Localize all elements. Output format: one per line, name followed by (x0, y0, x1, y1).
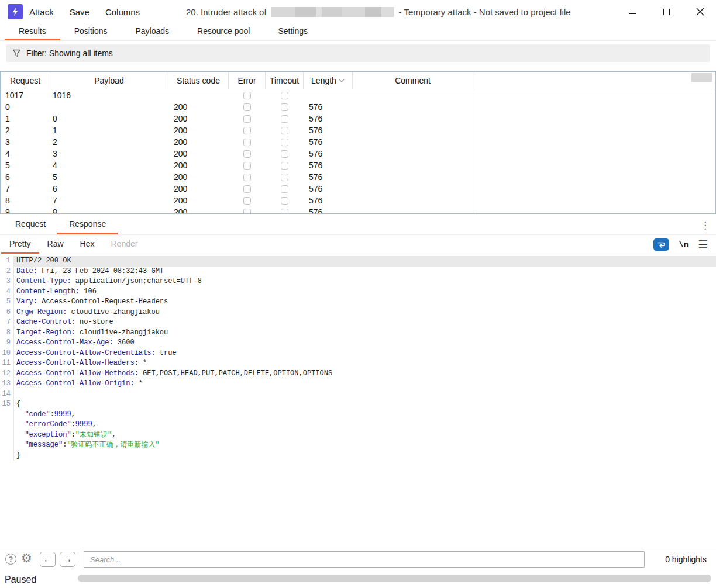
timeout-checkbox-cell (266, 101, 304, 113)
tab-request[interactable]: Request (4, 215, 57, 234)
timeout-checkbox[interactable] (281, 127, 288, 134)
next-match-button[interactable]: → (60, 552, 75, 567)
tab-settings[interactable]: Settings (264, 23, 322, 40)
hamburger-menu-icon[interactable]: ☰ (698, 238, 708, 251)
close-button[interactable] (696, 8, 704, 16)
table-row[interactable]: 10171016 (1, 89, 715, 101)
line-number: 11 (0, 358, 14, 369)
tab-resource-pool[interactable]: Resource pool (183, 23, 264, 40)
gear-icon[interactable]: ⚙ (21, 551, 32, 565)
timeout-checkbox[interactable] (281, 103, 288, 111)
timeout-checkbox-cell (266, 136, 304, 148)
cell-status-code: 200 (168, 195, 229, 206)
column-header-timeout[interactable]: Timeout (266, 72, 304, 89)
error-checkbox[interactable] (243, 103, 251, 111)
response-line: "message":"验证码不正确，请重新输入" (0, 440, 716, 451)
cell-status-code: 200 (168, 124, 229, 136)
cell-status-code: 200 (168, 206, 229, 214)
table-row[interactable]: 65200576 (1, 171, 715, 183)
line-content: { (14, 399, 716, 410)
line-content: Vary: Access-Control-Request-Headers (14, 297, 716, 307)
cell-status-code: 200 (168, 136, 229, 148)
word-wrap-icon[interactable] (653, 238, 669, 251)
menu-attack[interactable]: Attack (29, 7, 54, 17)
column-header-length[interactable]: Length (304, 72, 353, 89)
timeout-checkbox[interactable] (281, 115, 288, 123)
cell-status-code: 200 (168, 160, 229, 171)
table-row[interactable]: 32200576 (1, 136, 715, 148)
timeout-checkbox[interactable] (281, 197, 288, 205)
line-content: Content-Length: 106 (14, 287, 716, 298)
timeout-checkbox[interactable] (281, 174, 288, 181)
newline-chars-icon[interactable]: \n (679, 240, 689, 250)
menu-save[interactable]: Save (70, 7, 90, 17)
timeout-checkbox[interactable] (281, 92, 288, 99)
error-checkbox[interactable] (243, 197, 251, 205)
column-header-request[interactable]: Request (1, 72, 50, 89)
error-checkbox[interactable] (243, 127, 251, 134)
timeout-checkbox[interactable] (281, 139, 288, 146)
table-row[interactable]: 54200576 (1, 160, 715, 171)
error-checkbox[interactable] (243, 115, 251, 123)
table-row[interactable]: 10200576 (1, 113, 715, 124)
timeout-checkbox[interactable] (281, 150, 288, 158)
table-row[interactable]: 21200576 (1, 124, 715, 136)
results-table-body: 1017101602005761020057621200576322005764… (1, 89, 715, 214)
line-content: Cache-Control: no-store (14, 317, 716, 328)
response-line: 2Date: Fri, 23 Feb 2024 08:32:43 GMT (0, 267, 716, 277)
tab-hex[interactable]: Hex (72, 235, 103, 254)
menu-columns[interactable]: Columns (105, 7, 140, 17)
line-number: 5 (0, 297, 14, 307)
tab-payloads[interactable]: Payloads (122, 23, 184, 40)
tab-raw[interactable]: Raw (39, 235, 72, 254)
line-number: 1 (0, 256, 14, 267)
column-header-comment[interactable]: Comment (353, 72, 473, 89)
previous-match-button[interactable]: ← (40, 552, 56, 567)
tab-results[interactable]: Results (5, 23, 60, 40)
search-input[interactable] (84, 551, 645, 568)
line-number: 6 (0, 307, 14, 318)
response-line: 14 (0, 389, 716, 400)
error-checkbox[interactable] (243, 139, 251, 146)
timeout-checkbox[interactable] (281, 162, 288, 170)
maximize-button[interactable] (662, 8, 670, 16)
table-row[interactable]: 98200576 (1, 206, 715, 214)
error-checkbox[interactable] (243, 209, 251, 215)
error-checkbox[interactable] (243, 162, 251, 170)
redacted-title-text (271, 6, 394, 17)
error-checkbox[interactable] (243, 174, 251, 181)
tab-positions[interactable]: Positions (60, 23, 122, 40)
help-icon[interactable]: ? (5, 554, 16, 565)
response-line: 6Crgw-Region: cloudlive-zhangjiakou (0, 307, 716, 318)
error-checkbox[interactable] (243, 185, 251, 193)
cell-status-code: 200 (168, 148, 229, 160)
column-header-error[interactable]: Error (229, 72, 266, 89)
attack-progress-bar (78, 575, 711, 582)
error-checkbox[interactable] (243, 150, 251, 158)
error-checkbox[interactable] (243, 92, 251, 99)
line-number: 3 (0, 276, 14, 287)
cell-comment (353, 113, 473, 124)
timeout-checkbox[interactable] (281, 209, 288, 215)
column-header-status-code[interactable]: Status code (168, 72, 229, 89)
table-scrollbar-thumb[interactable] (691, 73, 712, 82)
minimize-button[interactable] (628, 8, 636, 16)
filter-bar[interactable]: Filter: Showing all items (6, 44, 710, 62)
kebab-menu-icon[interactable]: ⋮ (700, 215, 710, 235)
cell-comment (353, 101, 473, 113)
table-row[interactable]: 76200576 (1, 183, 715, 195)
tab-pretty[interactable]: Pretty (1, 235, 39, 254)
tab-response[interactable]: Response (57, 215, 118, 234)
table-row[interactable]: 43200576 (1, 148, 715, 160)
response-editor[interactable]: 1HTTP/2 200 OK2Date: Fri, 23 Feb 2024 08… (0, 254, 716, 547)
error-checkbox-cell (229, 136, 266, 148)
response-line: 8Target-Region: cloudlive-zhangjiakou (0, 328, 716, 338)
line-number: 4 (0, 287, 14, 298)
table-row[interactable]: 87200576 (1, 195, 715, 206)
column-header-payload[interactable]: Payload (50, 72, 168, 89)
line-content: "code":9999, (14, 410, 716, 420)
table-row[interactable]: 0200576 (1, 101, 715, 113)
length-header-label: Length (311, 76, 336, 85)
cell-request: 6 (1, 171, 50, 183)
timeout-checkbox[interactable] (281, 185, 288, 193)
